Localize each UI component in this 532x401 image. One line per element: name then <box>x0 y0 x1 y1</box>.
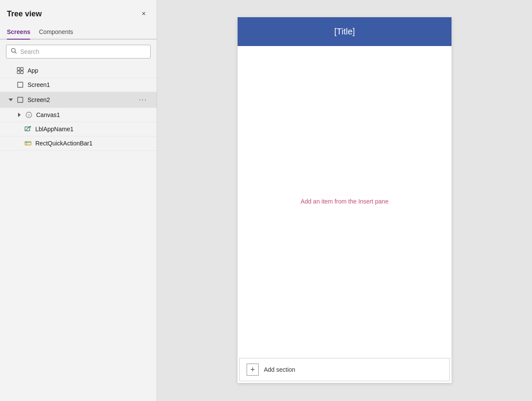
left-panel: Tree view × Screens Components <box>0 0 157 401</box>
tree-item-rect[interactable]: RectQuickActionBar1 <box>0 136 157 151</box>
tree-list: App Screen1 Screen2 ··· <box>0 64 157 401</box>
svg-rect-7 <box>18 97 23 102</box>
lbl-icon <box>24 125 32 133</box>
tree-item-screen1-label: Screen1 <box>28 81 150 88</box>
search-input-wrapper <box>6 45 151 59</box>
screen2-icon <box>16 96 24 104</box>
close-button[interactable]: × <box>138 8 150 20</box>
tabs-bar: Screens Components <box>0 25 157 40</box>
add-section-plus-icon: + <box>247 364 259 376</box>
canvas1-icon: ? <box>25 111 33 119</box>
insert-hint: Add an item from the Insert pane <box>301 198 389 205</box>
screen1-icon <box>16 81 24 89</box>
expand-placeholder-app <box>7 67 15 74</box>
app-canvas: [Title] Add an item from the Insert pane… <box>238 17 452 383</box>
expand-placeholder-screen1 <box>7 81 15 89</box>
tab-components[interactable]: Components <box>39 25 73 40</box>
svg-rect-3 <box>21 68 23 70</box>
rect-icon <box>24 139 32 147</box>
canvas-body: Add an item from the Insert pane <box>238 46 452 356</box>
canvas-title-bar: [Title] <box>238 17 452 46</box>
svg-rect-4 <box>17 71 20 74</box>
tree-item-lbl-label: LblAppName1 <box>35 126 150 133</box>
tree-item-app[interactable]: App <box>0 64 157 78</box>
add-section-label: Add section <box>264 366 295 373</box>
add-section-bar[interactable]: + Add section <box>239 358 450 381</box>
svg-text:?: ? <box>28 114 30 117</box>
canvas-area: [Title] Add an item from the Insert pane… <box>157 0 532 401</box>
svg-rect-6 <box>18 82 23 87</box>
tree-item-app-label: App <box>28 67 150 74</box>
panel-header: Tree view × <box>0 0 157 25</box>
search-icon <box>11 48 17 56</box>
search-input[interactable] <box>20 48 146 55</box>
svg-rect-5 <box>21 71 23 74</box>
tree-item-screen2[interactable]: Screen2 ··· <box>0 92 157 108</box>
app-icon <box>16 67 24 74</box>
svg-line-1 <box>15 52 17 54</box>
tree-item-screen1[interactable]: Screen1 <box>0 78 157 92</box>
tree-item-canvas1-label: Canvas1 <box>36 111 150 118</box>
tab-screens[interactable]: Screens <box>7 25 30 40</box>
svg-rect-13 <box>25 142 31 145</box>
expand-canvas1[interactable] <box>15 111 23 119</box>
tree-item-canvas1[interactable]: ? Canvas1 <box>0 108 157 122</box>
search-container <box>0 40 157 64</box>
panel-title: Tree view <box>7 9 42 19</box>
svg-rect-2 <box>17 68 20 70</box>
screen2-more-button[interactable]: ··· <box>136 95 150 105</box>
expand-screen2[interactable] <box>7 96 15 104</box>
tree-item-rect-label: RectQuickActionBar1 <box>35 140 150 147</box>
tree-item-lbl[interactable]: LblAppName1 <box>0 122 157 136</box>
tree-item-screen2-label: Screen2 <box>28 96 136 103</box>
